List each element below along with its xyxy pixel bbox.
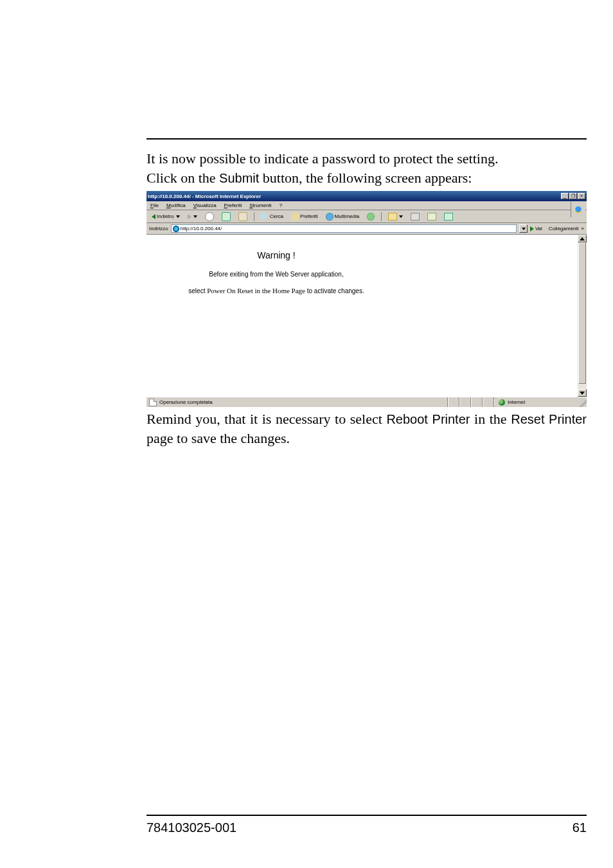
- warn2-post: to activate changes.: [305, 287, 364, 294]
- status-panes: [448, 397, 494, 407]
- search-button[interactable]: Cerca: [258, 212, 286, 222]
- refresh-icon: [222, 212, 231, 221]
- status-pane: [448, 397, 459, 407]
- media-label: Multimedia: [335, 213, 360, 219]
- scroll-thumb[interactable]: [578, 242, 586, 384]
- edit-button[interactable]: [425, 212, 439, 222]
- resize-grip-icon[interactable]: [578, 398, 587, 407]
- media-button[interactable]: Multimedia: [323, 212, 362, 222]
- intro-paragraph: It is now possible to indicate a passwor…: [147, 149, 587, 187]
- top-rule: [147, 138, 587, 140]
- toolbar-divider: [381, 212, 382, 221]
- browser-viewport: Warning ! Before exiting from the Web Se…: [147, 235, 587, 397]
- menu-visualizza[interactable]: Visualizza: [193, 203, 217, 208]
- back-button[interactable]: Indietro: [149, 212, 182, 221]
- menu-preferiti[interactable]: Preferiti: [224, 203, 242, 208]
- submit-word: Submit: [219, 171, 259, 185]
- globe-icon: [499, 399, 505, 406]
- back-label: Indietro: [157, 213, 174, 219]
- intro-line1: It is now possible to indicate a passwor…: [147, 150, 498, 167]
- mail-icon: [388, 213, 397, 221]
- after-paragraph: Remind you, that it is necessary to sele…: [147, 410, 587, 448]
- minimize-button[interactable]: _: [561, 193, 569, 199]
- warning-line1: Before exiting from the Web Server appli…: [161, 271, 392, 278]
- media-icon: [326, 213, 333, 221]
- favorites-button[interactable]: Preferiti: [289, 212, 321, 222]
- footer-rule: [147, 815, 587, 816]
- arrow-left-icon: [152, 214, 155, 219]
- menu-modifica[interactable]: Modifica: [166, 203, 186, 208]
- status-pane: [483, 397, 494, 407]
- address-label: Indirizzo: [149, 226, 168, 231]
- after-b: Reboot Printer: [386, 412, 470, 426]
- address-input[interactable]: http://10.0.200.44/: [171, 224, 517, 233]
- address-dropdown[interactable]: [519, 224, 528, 233]
- menu-file[interactable]: FFileile: [150, 203, 159, 208]
- home-icon: [238, 212, 247, 221]
- footer-right: 61: [573, 820, 587, 835]
- footer-left: 784103025-001: [147, 820, 236, 835]
- scroll-down-button[interactable]: [578, 389, 587, 397]
- triangle-up-icon: [580, 237, 585, 240]
- status-pane: [471, 397, 483, 407]
- links-label[interactable]: Collegamenti: [549, 226, 579, 231]
- star-icon: [291, 213, 299, 221]
- page-icon: [149, 399, 157, 406]
- print-icon: [411, 213, 420, 221]
- after-e: page to save the changes.: [147, 430, 290, 446]
- intro-line2c: button, the following screen appears:: [259, 170, 472, 186]
- excel-button[interactable]: [441, 212, 456, 222]
- caret-icon: [522, 228, 526, 230]
- intro-line2a: Click on the: [147, 170, 219, 186]
- edit-icon: [427, 213, 436, 221]
- status-left: Operazione completata: [147, 397, 448, 407]
- caret-icon: [176, 215, 180, 218]
- ie-page-icon: [173, 226, 179, 232]
- chevrons-icon[interactable]: »: [582, 226, 584, 231]
- warn2-strong1: Power On Reset: [207, 287, 253, 294]
- status-pane: [459, 397, 471, 407]
- search-label: Cerca: [270, 213, 283, 219]
- menu-strumenti[interactable]: Strumenti: [249, 203, 271, 208]
- toolbar-divider: [254, 212, 254, 221]
- warn2-strong2: Home Page: [272, 287, 305, 294]
- maximize-button[interactable]: ❐: [569, 193, 577, 199]
- scroll-up-button[interactable]: [578, 235, 587, 242]
- toolbar: Indietro Cerca Preferiti Multimedia: [147, 210, 587, 223]
- close-button[interactable]: ×: [578, 193, 585, 199]
- warning-title: Warning !: [161, 250, 392, 260]
- warn2-pre: select: [188, 287, 207, 294]
- go-button[interactable]: Vai: [530, 226, 542, 231]
- excel-icon: [444, 213, 453, 221]
- after-c: in the: [470, 411, 511, 427]
- caret-icon: [399, 215, 403, 218]
- page-footer: 784103025-001 61: [147, 820, 587, 835]
- menubar: FFileile Modifica Visualizza Preferiti S…: [147, 201, 587, 210]
- home-button[interactable]: [236, 211, 250, 222]
- arrow-right-icon: [188, 214, 191, 219]
- window-titlebar: http://10.0.200.44/ - Microsoft Internet…: [147, 191, 587, 201]
- address-value: http://10.0.200.44/: [181, 226, 222, 231]
- menu-help[interactable]: ?: [279, 203, 281, 208]
- warning-line2: select Power On Reset in the Home Page t…: [161, 287, 392, 294]
- after-a: Remind you, that it is necessary to sele…: [147, 411, 386, 427]
- after-d: Reset Printer: [511, 412, 587, 426]
- window-title: http://10.0.200.44/ - Microsoft Internet…: [148, 194, 261, 199]
- stop-button[interactable]: [202, 211, 217, 222]
- mail-button[interactable]: [386, 212, 405, 222]
- ie-logo-icon: [571, 202, 585, 217]
- warn2-mid: in the: [253, 287, 272, 294]
- history-icon: [367, 213, 375, 221]
- go-arrow-icon: [530, 226, 534, 231]
- window-buttons: _ ❐ ×: [561, 193, 585, 199]
- forward-button[interactable]: [185, 213, 200, 221]
- print-button[interactable]: [408, 212, 422, 222]
- search-icon: [261, 213, 269, 221]
- history-button[interactable]: [364, 212, 377, 222]
- vertical-scrollbar[interactable]: [578, 235, 587, 397]
- caret-icon: [193, 215, 197, 218]
- stop-icon: [205, 212, 214, 221]
- status-zone: Internet: [494, 399, 578, 406]
- go-label: Vai: [535, 226, 542, 231]
- refresh-button[interactable]: [219, 211, 233, 222]
